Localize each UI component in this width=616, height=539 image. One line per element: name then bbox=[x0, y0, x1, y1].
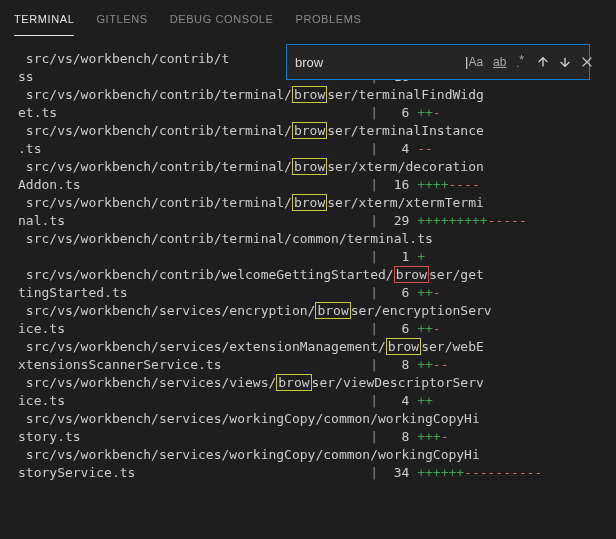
terminal-line: storyService.ts | 34 ++++++---------- bbox=[18, 464, 610, 482]
terminal-line: xtensionsScannerService.ts | 8 ++-- bbox=[18, 356, 610, 374]
search-match: brow bbox=[276, 374, 311, 391]
search-match: brow bbox=[315, 302, 350, 319]
terminal-find-widget: | Aa ab .* bbox=[286, 44, 590, 80]
match-case-toggle[interactable]: Aa bbox=[468, 53, 483, 71]
search-options: Aa ab .* bbox=[468, 51, 524, 73]
search-match: brow bbox=[292, 122, 327, 139]
terminal-line: src/vs/workbench/contrib/terminal/browse… bbox=[18, 86, 610, 104]
tab-gitlens[interactable]: GITLENS bbox=[96, 8, 147, 34]
terminal-line: et.ts | 6 ++- bbox=[18, 104, 610, 122]
terminal-line: src/vs/workbench/contrib/terminal/browse… bbox=[18, 194, 610, 212]
terminal-output[interactable]: src/vs/workbench/contrib/t ss | 16 ++++ … bbox=[0, 40, 616, 482]
regex-toggle[interactable]: .* bbox=[516, 51, 523, 73]
search-match: brow bbox=[292, 86, 327, 103]
tab-debug-console[interactable]: DEBUG CONSOLE bbox=[170, 8, 274, 34]
terminal-line: story.ts | 8 +++- bbox=[18, 428, 610, 446]
terminal-line: src/vs/workbench/contrib/welcomeGettingS… bbox=[18, 266, 610, 284]
search-input[interactable] bbox=[293, 53, 465, 72]
terminal-line: ice.ts | 6 ++- bbox=[18, 320, 610, 338]
close-icon[interactable] bbox=[580, 55, 594, 69]
terminal-line: src/vs/workbench/services/extensionManag… bbox=[18, 338, 610, 356]
tab-terminal[interactable]: TERMINAL bbox=[14, 8, 74, 34]
arrow-up-icon[interactable] bbox=[536, 55, 550, 69]
search-match: brow bbox=[292, 158, 327, 175]
search-match: brow bbox=[292, 194, 327, 211]
terminal-line: src/vs/workbench/contrib/terminal/browse… bbox=[18, 122, 610, 140]
terminal-line: nal.ts | 29 +++++++++----- bbox=[18, 212, 610, 230]
terminal-line: src/vs/workbench/contrib/terminal/common… bbox=[18, 230, 610, 248]
tab-problems[interactable]: PROBLEMS bbox=[295, 8, 361, 34]
arrow-down-icon[interactable] bbox=[558, 55, 572, 69]
terminal-line: src/vs/workbench/services/views/browser/… bbox=[18, 374, 610, 392]
search-nav bbox=[536, 55, 594, 69]
search-match: brow bbox=[394, 266, 429, 283]
terminal-line: .ts | 4 -- bbox=[18, 140, 610, 158]
terminal-line: src/vs/workbench/services/encryption/bro… bbox=[18, 302, 610, 320]
terminal-line: Addon.ts | 16 ++++---- bbox=[18, 176, 610, 194]
terminal-line: tingStarted.ts | 6 ++- bbox=[18, 284, 610, 302]
terminal-line: | 1 + bbox=[18, 248, 610, 266]
terminal-line: src/vs/workbench/contrib/terminal/browse… bbox=[18, 158, 610, 176]
panel-tabbar: TERMINAL GITLENS DEBUG CONSOLE PROBLEMS bbox=[0, 0, 616, 40]
terminal-line: src/vs/workbench/services/workingCopy/co… bbox=[18, 410, 610, 428]
terminal-line: src/vs/workbench/services/workingCopy/co… bbox=[18, 446, 610, 464]
whole-word-toggle[interactable]: ab bbox=[493, 53, 506, 71]
terminal-line: ice.ts | 4 ++ bbox=[18, 392, 610, 410]
search-match: brow bbox=[386, 338, 421, 355]
